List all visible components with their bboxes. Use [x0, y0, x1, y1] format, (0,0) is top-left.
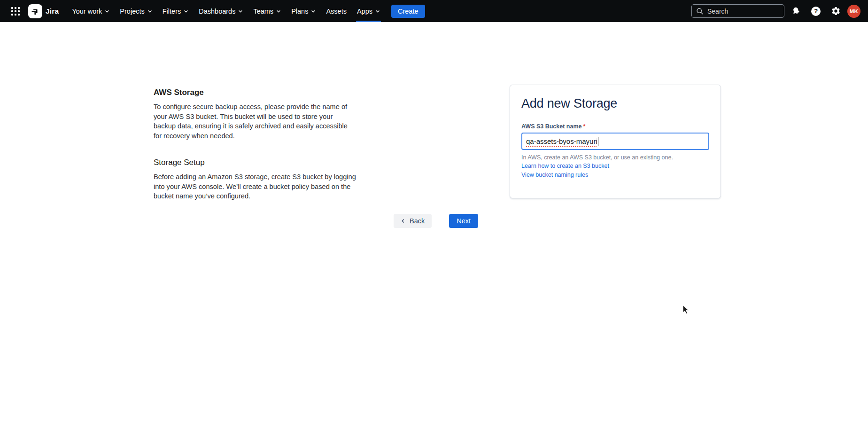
nav-item-label: Assets — [326, 8, 347, 15]
chevron-down-icon — [311, 9, 316, 14]
app-grid-icon — [11, 7, 20, 16]
nav-item-label: Apps — [357, 8, 372, 15]
bucket-name-input[interactable]: qa-assets-byos-mayuri — [521, 133, 709, 150]
search-input[interactable] — [707, 8, 780, 15]
gear-icon — [831, 6, 841, 16]
section-body-storage-setup: Before adding an Amazon S3 storage, crea… — [154, 172, 356, 201]
nav-item-dashboards[interactable]: Dashboards — [199, 0, 243, 22]
nav-right-group: ? MK — [691, 3, 860, 19]
back-button-label: Back — [410, 217, 425, 225]
nav-item-label: Dashboards — [199, 8, 235, 15]
section-title-aws-storage: AWS Storage — [154, 88, 356, 97]
nav-item-assets[interactable]: Assets — [326, 0, 347, 22]
section-body-aws-storage: To configure secure backup access, pleas… — [154, 102, 356, 141]
next-button-label: Next — [457, 217, 471, 225]
chevron-down-icon — [276, 9, 281, 14]
section-title-storage-setup: Storage Setup — [154, 158, 356, 167]
main-menu: Your work Projects Filters Dashboards Te… — [72, 0, 380, 22]
nav-item-filters[interactable]: Filters — [163, 0, 188, 22]
bucket-name-label: AWS S3 Bucket name* — [521, 123, 709, 130]
back-button[interactable]: Back — [394, 214, 432, 228]
search-box[interactable] — [691, 4, 784, 18]
help-glyph: ? — [814, 8, 818, 15]
avatar-initials: MK — [850, 8, 858, 14]
nav-item-plans[interactable]: Plans — [291, 0, 316, 22]
bucket-helper-text: In AWS, create an AWS S3 bucket, or use … — [521, 154, 709, 161]
help-button[interactable]: ? — [808, 3, 824, 19]
nav-item-teams[interactable]: Teams — [253, 0, 281, 22]
wizard-actions: Back Next — [394, 214, 478, 228]
required-indicator: * — [583, 123, 586, 130]
jira-home-link[interactable]: Jira — [28, 4, 59, 18]
settings-button[interactable] — [828, 3, 844, 19]
nav-item-label: Teams — [253, 8, 273, 15]
nav-item-projects[interactable]: Projects — [120, 0, 152, 22]
bell-icon — [790, 5, 802, 16]
nav-item-label: Filters — [163, 8, 181, 15]
nav-item-label: Plans — [291, 8, 308, 15]
app-switcher-button[interactable] — [8, 3, 23, 19]
notifications-button[interactable] — [788, 3, 804, 19]
jira-logo-icon — [28, 4, 42, 18]
card-title: Add new Storage — [521, 96, 709, 111]
link-bucket-naming-rules[interactable]: View bucket naming rules — [521, 171, 709, 179]
bucket-name-value: qa-assets-byos-mayuri — [526, 137, 597, 145]
chevron-down-icon — [238, 9, 243, 14]
add-storage-card: Add new Storage AWS S3 Bucket name* qa-a… — [510, 85, 721, 198]
help-icon: ? — [811, 7, 821, 16]
nav-item-label: Your work — [72, 8, 102, 15]
avatar[interactable]: MK — [847, 5, 860, 18]
nav-item-label: Projects — [120, 8, 144, 15]
nav-left-group: Jira Your work Projects Filters Dashboar… — [8, 0, 425, 22]
info-column: AWS Storage To configure secure backup a… — [154, 88, 356, 201]
link-learn-create-bucket[interactable]: Learn how to create an S3 bucket — [521, 162, 709, 170]
main-content: AWS Storage To configure secure backup a… — [0, 22, 868, 448]
mouse-cursor — [682, 305, 691, 315]
chevron-down-icon — [375, 9, 380, 14]
nav-item-apps[interactable]: Apps — [357, 0, 380, 22]
text-caret — [598, 137, 599, 146]
nav-item-your-work[interactable]: Your work — [72, 0, 109, 22]
chevron-down-icon — [184, 9, 188, 14]
chevron-left-icon — [401, 218, 405, 224]
next-button[interactable]: Next — [449, 214, 478, 228]
search-icon — [696, 8, 704, 15]
bucket-name-label-text: AWS S3 Bucket name — [521, 123, 582, 130]
create-button[interactable]: Create — [391, 5, 425, 18]
chevron-down-icon — [105, 9, 109, 14]
top-navigation: Jira Your work Projects Filters Dashboar… — [0, 0, 868, 22]
jira-logo-text: Jira — [46, 7, 59, 16]
chevron-down-icon — [147, 9, 152, 14]
